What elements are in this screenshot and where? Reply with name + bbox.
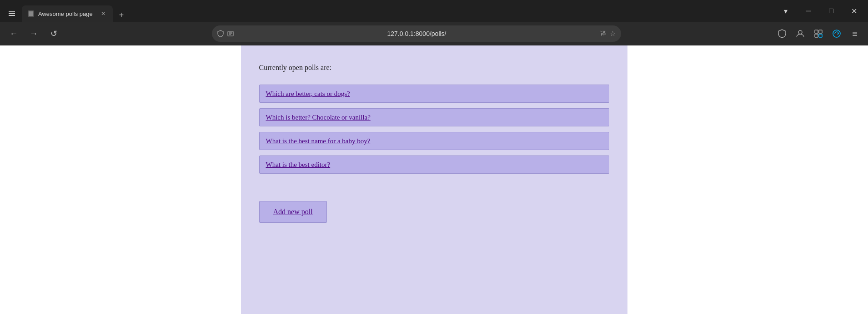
page-content: Currently open polls are: Which are bett… bbox=[0, 45, 868, 321]
new-tab-button[interactable]: + bbox=[115, 8, 128, 22]
nav-bar: ← → ↺ 127.0.0.1:8000/polls/ 译 ☆ bbox=[0, 22, 868, 45]
shield-protection-button[interactable] bbox=[774, 26, 790, 41]
poll-item: Which is better? Chocolate or vanilla? bbox=[259, 108, 609, 126]
browser-sync-button[interactable] bbox=[829, 26, 844, 41]
forward-button[interactable]: → bbox=[25, 25, 42, 42]
svg-rect-12 bbox=[815, 34, 818, 37]
address-bar[interactable]: 127.0.0.1:8000/polls/ 译 ☆ bbox=[212, 25, 621, 42]
nav-right-icons: ≡ bbox=[774, 26, 863, 41]
back-button[interactable]: ← bbox=[5, 25, 22, 42]
reader-mode-icon bbox=[227, 30, 234, 37]
tab-close-button[interactable]: ✕ bbox=[99, 10, 107, 18]
dropdown-button[interactable]: ▾ bbox=[775, 4, 796, 18]
svg-rect-10 bbox=[815, 30, 818, 33]
shield-icon bbox=[217, 30, 224, 37]
extensions-button[interactable] bbox=[811, 26, 826, 41]
svg-rect-13 bbox=[819, 34, 822, 37]
tab-title: Awesome polls page bbox=[38, 10, 95, 17]
poll-link-3[interactable]: What is the best name for a baby boy? bbox=[266, 137, 371, 145]
add-poll-button[interactable]: Add new poll bbox=[259, 201, 327, 223]
menu-button[interactable]: ≡ bbox=[847, 26, 863, 41]
svg-rect-0 bbox=[9, 11, 15, 12]
close-button[interactable]: ✕ bbox=[843, 4, 864, 18]
svg-point-14 bbox=[833, 30, 840, 37]
poll-item: Which are better, cats or dogs? bbox=[259, 85, 609, 103]
title-bar: Awesome polls page ✕ + ▾ ─ □ ✕ bbox=[0, 0, 868, 22]
tab-area: Awesome polls page ✕ + bbox=[4, 0, 773, 22]
restore-button[interactable]: □ bbox=[821, 4, 842, 18]
svg-rect-1 bbox=[9, 13, 15, 14]
poll-link-4[interactable]: What is the best editor? bbox=[266, 161, 331, 168]
polls-heading: Currently open polls are: bbox=[259, 64, 609, 72]
refresh-button[interactable]: ↺ bbox=[45, 25, 62, 42]
poll-list: Which are better, cats or dogs? Which is… bbox=[259, 85, 609, 174]
profile-button[interactable] bbox=[793, 26, 808, 41]
polls-container: Currently open polls are: Which are bett… bbox=[241, 45, 627, 314]
svg-rect-2 bbox=[9, 15, 15, 16]
svg-rect-4 bbox=[29, 11, 33, 16]
active-tab[interactable]: Awesome polls page ✕ bbox=[22, 5, 113, 22]
poll-link-1[interactable]: Which are better, cats or dogs? bbox=[266, 90, 350, 97]
favorite-icon[interactable]: ☆ bbox=[610, 30, 616, 38]
minimize-button[interactable]: ─ bbox=[798, 4, 819, 18]
translate-icon[interactable]: 译 bbox=[600, 30, 606, 38]
tab-favicon-icon bbox=[27, 10, 35, 17]
url-display: 127.0.0.1:8000/polls/ bbox=[237, 30, 597, 37]
poll-item: What is the best name for a baby boy? bbox=[259, 132, 609, 150]
browser-window: Awesome polls page ✕ + ▾ ─ □ ✕ ← → ↺ bbox=[0, 0, 868, 321]
poll-link-2[interactable]: Which is better? Chocolate or vanilla? bbox=[266, 114, 371, 121]
title-bar-controls: ▾ ─ □ ✕ bbox=[775, 4, 864, 18]
svg-point-9 bbox=[798, 30, 802, 34]
poll-item: What is the best editor? bbox=[259, 155, 609, 174]
sidebar-toggle-button[interactable] bbox=[4, 5, 20, 22]
svg-rect-11 bbox=[819, 30, 822, 33]
